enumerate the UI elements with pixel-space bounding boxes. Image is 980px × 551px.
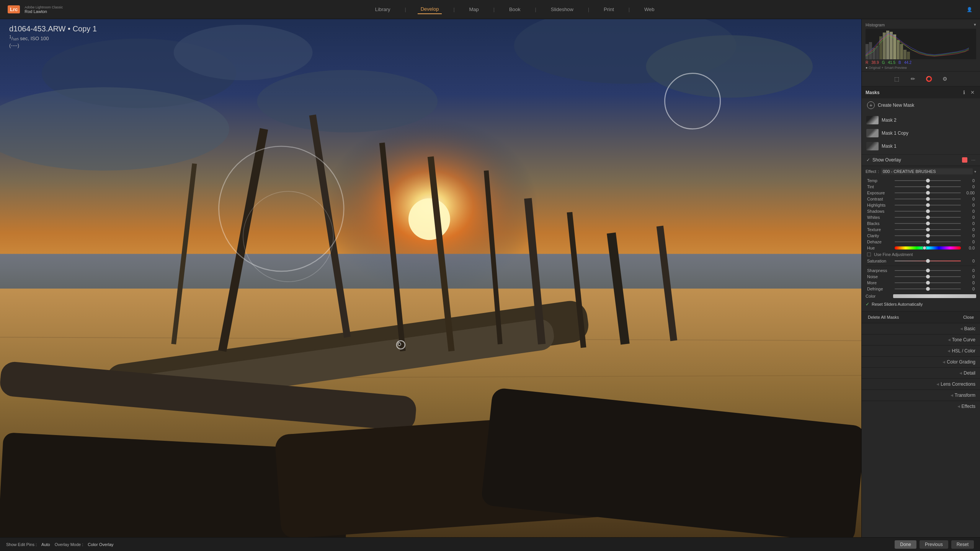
bottom-bar-right: Done Previous Reset bbox=[895, 540, 974, 549]
hsl-arrow: ◀ bbox=[947, 349, 950, 353]
slider-whites-value: 0 bbox=[962, 215, 975, 220]
create-new-mask-button[interactable]: + Create New Mask bbox=[862, 98, 980, 112]
slider-exposure: Exposure 0.00 bbox=[866, 190, 976, 196]
slider-noise-track[interactable] bbox=[895, 276, 961, 277]
sliders-section: Temp 0 Tint 0 Exposure bbox=[864, 177, 978, 293]
slider-temp-track[interactable] bbox=[895, 180, 961, 181]
slider-contrast-label: Contrast bbox=[867, 197, 893, 201]
slider-temp: Temp 0 bbox=[866, 178, 976, 184]
panel-effects[interactable]: ◀ Effects bbox=[862, 401, 980, 412]
mask1copy-thumb bbox=[866, 129, 879, 137]
nav-map[interactable]: Map bbox=[466, 5, 482, 14]
heal-tool[interactable]: ✏ bbox=[908, 74, 918, 84]
mask-tool[interactable]: ⭕ bbox=[924, 74, 934, 84]
histogram-section: Histogram ▾ bbox=[862, 19, 980, 72]
effects-arrow: ◀ bbox=[957, 404, 960, 408]
mask1-label: Mask 1 bbox=[882, 143, 975, 149]
nav-web[interactable]: Web bbox=[641, 5, 658, 14]
slider-dehaze-value: 0 bbox=[962, 240, 975, 244]
tone-curve-label: Tone Curve bbox=[952, 337, 975, 342]
overlay-color-swatch[interactable] bbox=[962, 157, 967, 163]
slider-contrast-track[interactable] bbox=[895, 199, 961, 199]
effects-label: Effects bbox=[962, 404, 975, 409]
divider-1 bbox=[866, 266, 976, 266]
panel-lens-corrections[interactable]: ◀ Lens Corrections bbox=[862, 378, 980, 390]
shutter-speed: 1/₁₂₅ sec, ISO 100 bbox=[9, 36, 49, 41]
panel-transform[interactable]: ◀ Transform bbox=[862, 390, 980, 401]
slider-texture-track[interactable] bbox=[895, 229, 961, 230]
slider-tint-track[interactable] bbox=[895, 186, 961, 187]
slider-saturation-value: 0 bbox=[962, 259, 975, 263]
slider-temp-label: Temp bbox=[867, 178, 893, 183]
slider-blacks: Blacks 0 bbox=[866, 220, 976, 227]
previous-button[interactable]: Previous bbox=[920, 540, 948, 549]
mask-item-mask1[interactable]: Mask 1 bbox=[862, 140, 980, 153]
overlay-dots-menu[interactable]: ··· bbox=[971, 157, 975, 163]
app-logo: Lrc bbox=[8, 5, 20, 13]
delete-all-masks-button[interactable]: Delete All Masks bbox=[866, 314, 901, 321]
nav-slideshow[interactable]: Slideshow bbox=[548, 5, 577, 14]
show-edit-pins-label: Show Edit Pins : bbox=[6, 542, 37, 547]
slider-sharpness-track[interactable] bbox=[895, 270, 961, 271]
slider-exposure-track[interactable] bbox=[895, 192, 961, 193]
show-overlay-row: ✓ Show Overlay ··· bbox=[862, 154, 980, 166]
slider-dehaze-track[interactable] bbox=[895, 241, 961, 242]
slider-clarity-label: Clarity bbox=[867, 233, 893, 238]
color-grading-arrow: ◀ bbox=[942, 360, 945, 364]
show-overlay-check[interactable]: ✓ bbox=[866, 157, 870, 163]
nav-library[interactable]: Library bbox=[372, 5, 394, 14]
slider-sharpness-label: Sharpness bbox=[867, 268, 893, 273]
panel-color-grading[interactable]: ◀ Color Grading bbox=[862, 356, 980, 367]
photo-filename: d1064-453.ARW • Copy 1 bbox=[9, 24, 97, 33]
nav-print[interactable]: Print bbox=[601, 5, 617, 14]
mask-item-mask2[interactable]: Mask 2 bbox=[862, 114, 980, 127]
panel-tone-curve[interactable]: ◀ Tone Curve bbox=[862, 334, 980, 345]
slider-moire-track[interactable] bbox=[895, 282, 961, 283]
fine-adj-checkbox[interactable] bbox=[867, 253, 871, 256]
slider-clarity-track[interactable] bbox=[895, 235, 961, 236]
slider-hue-track[interactable] bbox=[895, 246, 961, 249]
panel-basic[interactable]: ◀ Basic bbox=[862, 323, 980, 334]
close-masks-button[interactable]: Close bbox=[961, 314, 976, 321]
detail-arrow: ◀ bbox=[959, 371, 962, 375]
hist-g-label: G bbox=[882, 60, 885, 65]
crop-tool[interactable]: ⬚ bbox=[892, 74, 902, 84]
slider-whites-track[interactable] bbox=[895, 217, 961, 218]
slider-saturation-track[interactable] bbox=[895, 261, 961, 261]
panel-detail[interactable]: ◀ Detail bbox=[862, 367, 980, 378]
nav-book[interactable]: Book bbox=[506, 5, 524, 14]
slider-hue-label: Hue bbox=[867, 246, 893, 250]
nav-develop[interactable]: Develop bbox=[418, 5, 442, 14]
app-suite-name: Adobe Lightroom Classic bbox=[24, 5, 63, 9]
effect-select[interactable]: 000 - CREATIVE BRUSHES bbox=[881, 168, 973, 174]
mask-item-mask1copy[interactable]: Mask 1 Copy bbox=[862, 127, 980, 140]
preview-text: Original + Smart Preview bbox=[869, 66, 907, 70]
done-button[interactable]: Done bbox=[895, 540, 916, 549]
slider-blacks-track[interactable] bbox=[895, 223, 961, 224]
masks-info-icon[interactable]: ℹ bbox=[962, 89, 967, 96]
panel-hsl-color[interactable]: ◀ HSL / Color bbox=[862, 345, 980, 356]
masks-close-icon[interactable]: ✕ bbox=[969, 89, 976, 96]
right-panel: Histogram ▾ bbox=[861, 19, 980, 537]
plus-icon: + bbox=[867, 101, 875, 109]
histogram-expand-icon[interactable]: ▾ bbox=[974, 22, 976, 27]
reset-sliders-check[interactable]: ✓ bbox=[866, 302, 869, 307]
slider-saturation: Saturation 0 bbox=[866, 258, 976, 264]
svg-point-2 bbox=[408, 198, 450, 240]
color-swatch-bar[interactable] bbox=[893, 294, 976, 298]
overlay-mode-value[interactable]: Color Overlay bbox=[88, 542, 113, 547]
effect-panel: Effect : 000 - CREATIVE BRUSHES ▾ Temp 0… bbox=[862, 166, 980, 311]
profile-icon[interactable]: 👤 bbox=[967, 7, 972, 12]
slider-shadows-track[interactable] bbox=[895, 211, 961, 212]
effect-dropdown-arrow[interactable]: ▾ bbox=[974, 170, 976, 174]
reset-button[interactable]: Reset bbox=[951, 540, 974, 549]
slider-highlights-track[interactable] bbox=[895, 205, 961, 205]
slider-texture-label: Texture bbox=[867, 227, 893, 232]
slider-defringe-track[interactable] bbox=[895, 289, 961, 289]
slider-noise-value: 0 bbox=[962, 274, 975, 279]
settings-tool[interactable]: ⚙ bbox=[940, 74, 950, 84]
color-row: Color bbox=[864, 293, 978, 300]
slider-temp-value: 0 bbox=[962, 178, 975, 183]
show-edit-pins-value[interactable]: Auto bbox=[41, 542, 50, 547]
svg-point-31 bbox=[398, 343, 401, 346]
